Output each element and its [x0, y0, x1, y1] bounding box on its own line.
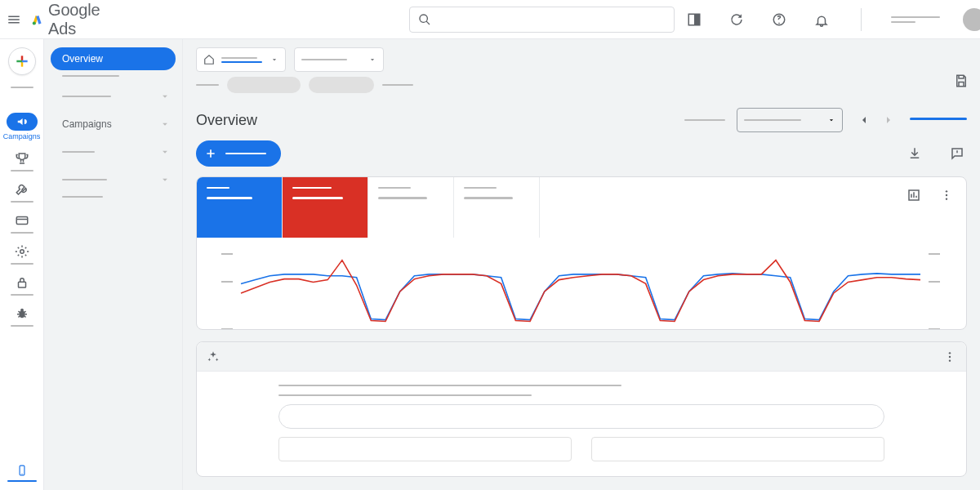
- google-ads-logo-icon: [31, 11, 43, 29]
- svg-rect-6: [18, 282, 25, 287]
- crumb[interactable]: [196, 84, 219, 86]
- chart-settings-button[interactable]: [904, 185, 924, 205]
- rail-item-campaigns[interactable]: Campaigns: [0, 113, 43, 140]
- rail-item-bug[interactable]: [0, 305, 43, 327]
- chevron-down-icon: [159, 146, 171, 158]
- suggestion-input[interactable]: [278, 404, 884, 429]
- sidebar-item-campaigns[interactable]: Campaigns: [51, 113, 176, 136]
- kebab-button[interactable]: [937, 185, 956, 205]
- refresh-icon[interactable]: [727, 10, 746, 29]
- kebab-icon: [943, 350, 956, 363]
- compare-label-placeholder: [684, 119, 725, 121]
- avatar[interactable]: [963, 8, 980, 31]
- sidebar-item-collapse-1[interactable]: [51, 85, 176, 108]
- rail-item-security[interactable]: [0, 274, 43, 296]
- text-placeholder: [278, 394, 532, 396]
- filter-bar: [183, 39, 980, 77]
- insight-card: [196, 341, 967, 477]
- rail-item-billing[interactable]: [0, 212, 43, 234]
- save-icon[interactable]: [954, 74, 969, 88]
- download-icon: [907, 146, 922, 161]
- page-header: Overview: [183, 101, 980, 140]
- lock-icon: [15, 275, 29, 290]
- rail-label-campaigns: Campaigns: [3, 132, 41, 140]
- feedback-button[interactable]: [947, 144, 967, 163]
- brand: Google Ads: [31, 1, 105, 38]
- crumb-chip[interactable]: [227, 77, 301, 93]
- svg-point-10: [21, 474, 22, 474]
- home-icon: [203, 54, 215, 65]
- metric-tile-3[interactable]: [368, 177, 454, 238]
- svg-point-14: [946, 198, 947, 199]
- chevron-down-icon: [159, 118, 171, 130]
- date-next-button[interactable]: [879, 110, 898, 130]
- sidebar-item-collapse-2[interactable]: [51, 140, 176, 163]
- plus-icon: [14, 53, 30, 69]
- chart-icon: [906, 188, 921, 203]
- metric-tile-2[interactable]: [283, 177, 368, 238]
- chevron-down-icon: [159, 91, 171, 102]
- sidebar-item-placeholder[interactable]: [62, 196, 103, 198]
- top-icons: [684, 8, 980, 31]
- date-indicator: [910, 118, 967, 120]
- chart-canvas: [221, 247, 940, 330]
- action-row: [183, 140, 980, 176]
- svg-point-22: [949, 355, 951, 357]
- rail-item-goals[interactable]: [0, 150, 43, 172]
- date-prev-button[interactable]: [854, 110, 874, 130]
- rail-bottom-item[interactable]: [0, 463, 43, 482]
- new-campaign-button[interactable]: [196, 140, 281, 167]
- rail-item-tools[interactable]: [0, 181, 43, 203]
- svg-point-12: [946, 190, 947, 192]
- svg-point-8: [20, 309, 24, 312]
- account-switcher[interactable]: [891, 16, 940, 23]
- help-icon[interactable]: [769, 10, 789, 29]
- menu-icon[interactable]: [7, 10, 21, 29]
- suggestion-card[interactable]: [591, 437, 884, 461]
- search-icon: [418, 13, 431, 26]
- icon-rail: Campaigns: [0, 39, 44, 490]
- download-button[interactable]: [905, 144, 924, 163]
- crumb-chip[interactable]: [309, 77, 374, 93]
- caret-down-icon: [270, 56, 278, 64]
- kebab-button[interactable]: [943, 350, 956, 363]
- campaign-dropdown[interactable]: [294, 47, 384, 72]
- sidebar-item-overview[interactable]: Overview: [51, 47, 176, 70]
- svg-point-13: [946, 194, 947, 196]
- appearance-icon[interactable]: [684, 10, 704, 29]
- date-range-dropdown[interactable]: [737, 108, 843, 132]
- svg-rect-2: [694, 14, 700, 25]
- chevron-left-icon: [858, 114, 871, 127]
- text-placeholder: [278, 385, 621, 386]
- sidebar-item-placeholder[interactable]: [62, 75, 119, 77]
- metrics-card: [196, 176, 967, 330]
- notifications-icon[interactable]: [812, 10, 831, 29]
- svg-point-21: [949, 352, 951, 354]
- chevron-right-icon: [882, 114, 895, 127]
- rail-item-admin[interactable]: [0, 243, 43, 265]
- chart-series-metric-blue: [241, 274, 920, 320]
- metric-tile-1[interactable]: [197, 177, 283, 238]
- suggestion-card[interactable]: [278, 437, 572, 461]
- megaphone-icon: [16, 116, 28, 127]
- caret-down-icon: [827, 116, 835, 124]
- metric-tile-4[interactable]: [454, 177, 540, 238]
- trophy-icon: [15, 151, 29, 166]
- breadcrumb: [183, 77, 980, 101]
- sidebar-label-campaigns: Campaigns: [62, 118, 112, 130]
- plus-icon: [204, 147, 217, 160]
- account-dropdown[interactable]: [196, 47, 286, 72]
- svg-rect-4: [16, 217, 28, 225]
- svg-point-5: [20, 250, 24, 254]
- search-input[interactable]: [409, 7, 675, 33]
- new-button[interactable]: [8, 47, 36, 75]
- svg-point-0: [33, 21, 36, 24]
- crumb[interactable]: [382, 84, 413, 86]
- divider: [861, 8, 862, 31]
- svg-point-23: [949, 359, 951, 361]
- rail-label-placeholder: [11, 87, 33, 88]
- brand-text: Google Ads: [48, 1, 105, 38]
- sidebar-item-collapse-3[interactable]: [51, 168, 176, 191]
- bug-icon: [15, 306, 29, 321]
- chart-series-metric-red: [241, 261, 920, 322]
